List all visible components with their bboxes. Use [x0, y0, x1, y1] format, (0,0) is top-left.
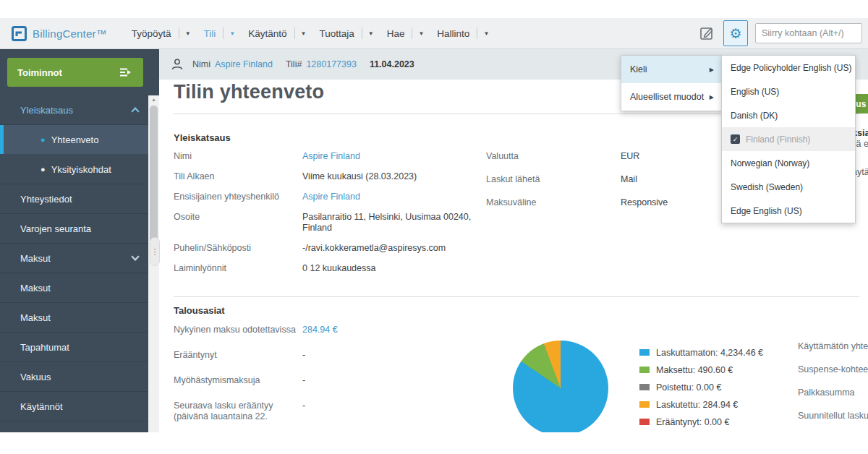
- menu-separator: [179, 27, 179, 39]
- bullet-icon: ●: [41, 165, 46, 174]
- sidebar-item-yleiskatsaus[interactable]: Yleiskatsaus: [0, 95, 148, 125]
- menu-item-alueelliset-muodot[interactable]: Alueelliset muodot ▶: [621, 83, 721, 111]
- language-option-edge-policyholder-english-us[interactable]: Edge Policyholder English (US): [722, 56, 855, 80]
- field-row: Ensisijainen yhteyshenkilö Aspire Finlan…: [174, 192, 495, 202]
- settings-dropdown-menu: Kieli ▶ Alueelliset muodot ▶: [621, 55, 722, 111]
- language-option-english-us[interactable]: English (US): [722, 80, 855, 103]
- overview-section-heading: Yleiskatsaus: [174, 132, 231, 143]
- account-number-label: Tili#: [286, 59, 302, 69]
- app-brand: BillingCenter™: [12, 26, 107, 41]
- account-name-link[interactable]: Aspire Finland: [215, 59, 273, 69]
- chevron-up-icon: [131, 107, 139, 115]
- drag-dots-icon: ⋮: [151, 251, 159, 253]
- financials-right-labels: Käyttämätön yhtee Suspense-kohteen Palkk…: [798, 341, 868, 432]
- financial-fields: Nykyinen maksu odotettavissa 284.94 € Er…: [174, 325, 499, 432]
- field-row: Maksuväline Responsive: [486, 197, 725, 208]
- checkbox-checked-icon: ✓: [731, 134, 740, 144]
- menu-hae[interactable]: Hae ▼: [381, 27, 425, 39]
- menu-kaytanto[interactable]: Käytäntö ▼: [242, 27, 306, 39]
- gear-icon: ⚙: [729, 27, 741, 40]
- language-option-norwegian-norway[interactable]: Norwegian (Norway): [722, 151, 855, 175]
- section-divider: [174, 296, 859, 297]
- financials-section-heading: Talousasiat: [174, 305, 225, 316]
- sidebar-item-yhteystiedot[interactable]: Yhteystiedot: [0, 184, 148, 214]
- scroll-up-icon[interactable]: ▲: [148, 97, 159, 102]
- submenu-arrow-icon: ▶: [710, 94, 714, 100]
- sidebar-resize-handle[interactable]: ⋮: [150, 237, 160, 266]
- legend-item: Laskuttamaton: 4,234.46 €: [639, 348, 763, 357]
- sidebar-item-maksut-3[interactable]: Maksut: [0, 303, 148, 333]
- current-payment-link[interactable]: 284.94 €: [302, 325, 492, 335]
- legend-item: Maksettu: 490.60 €: [639, 365, 763, 374]
- chevron-down-icon[interactable]: ▼: [301, 30, 307, 37]
- account-date: 11.04.2023: [370, 59, 414, 69]
- sidebar-item-varojen-seuranta[interactable]: Varojen seuranta: [0, 214, 148, 244]
- sidebar-item-tapahtumat[interactable]: Tapahtumat: [0, 333, 148, 362]
- field-row: Myöhästymismaksuja -: [174, 375, 499, 386]
- settings-button[interactable]: ⚙: [723, 20, 748, 46]
- top-toolbar: BillingCenter™ Työpöytä ▼ Tili ▼ Käytänt…: [0, 18, 868, 49]
- main-menu: Työpöytä ▼ Tili ▼ Käytäntö ▼ Tuottaja ▼ …: [126, 27, 496, 39]
- legend-item: Erääntynyt: 0.00 €: [639, 417, 763, 427]
- menu-tyopoyta[interactable]: Työpöytä ▼: [126, 27, 191, 39]
- sidebar-item-kaytannot[interactable]: Käytännöt: [0, 392, 148, 421]
- menu-hallinto[interactable]: Hallinto ▼: [431, 27, 489, 39]
- language-submenu: Edge Policyholder English (US) English (…: [721, 55, 856, 223]
- account-name-label: Nimi: [192, 59, 210, 69]
- field-row: Valuutta EUR: [486, 151, 725, 162]
- submenu-arrow-icon: ▶: [710, 67, 714, 73]
- chevron-down-icon[interactable]: ▼: [185, 30, 191, 37]
- language-option-finland-finnish[interactable]: ✓ Finland (Finnish): [722, 127, 855, 151]
- menu-tuottaja[interactable]: Tuottaja ▼: [313, 27, 373, 39]
- sidebar-item-yhteenveto[interactable]: ● Yhteenveto: [0, 125, 148, 155]
- menu-tili[interactable]: Tili ▼: [198, 27, 236, 39]
- language-option-swedish-sweden[interactable]: Swedish (Sweden): [722, 175, 855, 199]
- sidebar-header: Toiminnot: [0, 49, 159, 95]
- billingcenter-logo-icon: [12, 26, 27, 41]
- overview-fields-left: Nimi Aspire Finland Tili Alkaen Viime ku…: [174, 151, 495, 283]
- chevron-down-icon[interactable]: ▼: [418, 30, 424, 37]
- sidebar-item-maksut-2[interactable]: Maksut: [0, 273, 148, 303]
- legend-swatch: [639, 384, 650, 390]
- sidebar-item-yksityiskohdat[interactable]: ● Yksityiskohdat: [0, 155, 148, 184]
- scrollbar-thumb[interactable]: [150, 106, 158, 243]
- chevron-down-icon[interactable]: ▼: [229, 30, 235, 37]
- field-row: Tili Alkaen Viime kuukausi (28.03.2023): [174, 171, 495, 182]
- notes-button[interactable]: [696, 22, 718, 44]
- field-row: Puhelin/Sähköposti -/ravi.kokkerametla@a…: [174, 243, 495, 254]
- menu-separator: [362, 27, 362, 39]
- page-title: Tilin yhteenveto: [174, 81, 324, 103]
- sidebar-item-vakuus[interactable]: Vakuus: [0, 362, 148, 392]
- chevron-down-icon[interactable]: ▼: [368, 30, 374, 37]
- menu-separator: [412, 27, 412, 39]
- field-row: Nimi Aspire Finland: [174, 151, 495, 162]
- primary-contact-link[interactable]: Aspire Finland: [302, 192, 492, 202]
- edit-note-icon: [699, 25, 715, 41]
- language-option-edge-english-us[interactable]: Edge English (US): [722, 199, 855, 223]
- menu-separator: [294, 27, 295, 39]
- actions-list-icon: [119, 67, 133, 77]
- field-row: Laskut lähetä Mail: [486, 174, 725, 185]
- legend-swatch: [639, 419, 650, 425]
- account-name-value-link[interactable]: Aspire Finland: [302, 151, 492, 162]
- legend-swatch: [639, 367, 650, 373]
- menu-item-kieli[interactable]: Kieli ▶: [621, 56, 721, 83]
- chevron-down-icon: [131, 252, 139, 260]
- sidebar-navigation: Yleiskatsaus ● Yhteenveto ● Yksityiskohd…: [0, 95, 148, 432]
- menu-separator: [223, 27, 224, 39]
- chevron-down-icon[interactable]: ▼: [483, 30, 489, 37]
- bullet-icon: ●: [41, 135, 46, 144]
- goto-search-input[interactable]: [755, 23, 862, 43]
- language-option-danish-dk[interactable]: Danish (DK): [722, 103, 855, 127]
- overview-fields-right: Valuutta EUR Laskut lähetä Mail Maksuväl…: [486, 151, 725, 220]
- field-row: Osoite Pasilanraitio 11, Helsinki, Uusim…: [174, 212, 495, 234]
- field-row: Nykyinen maksu odotettavissa 284.94 €: [174, 325, 499, 335]
- sidebar-item-clipped[interactable]: [0, 421, 148, 432]
- legend-item: Laskutettu: 284.94 €: [639, 400, 763, 409]
- actions-button[interactable]: Toiminnot: [7, 58, 143, 87]
- legend-swatch: [639, 349, 650, 356]
- sidebar-item-maksut-1[interactable]: Maksut: [0, 244, 148, 273]
- account-number-link[interactable]: 1280177393: [306, 59, 357, 69]
- person-icon: [171, 58, 184, 71]
- field-row: Laiminlyönnit 0 12 kuukaudessa: [174, 263, 495, 274]
